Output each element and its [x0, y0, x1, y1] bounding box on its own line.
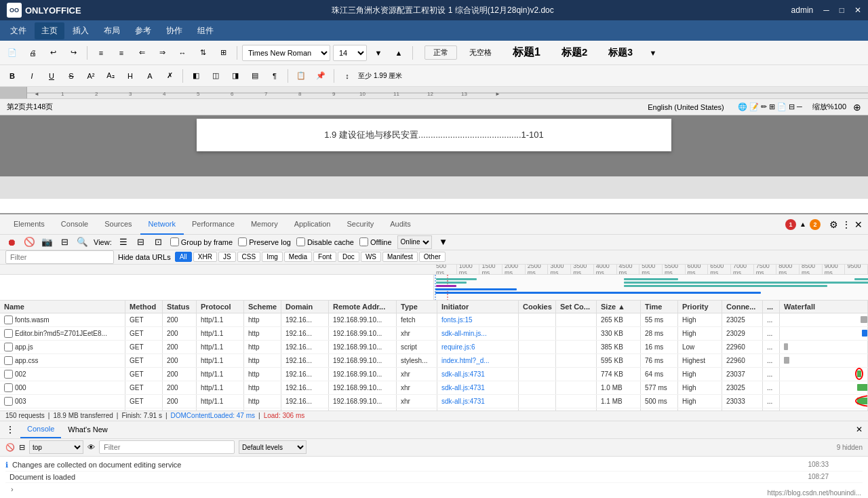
cell-more[interactable]: ... — [763, 327, 780, 340]
font-size-down[interactable]: ▼ — [370, 44, 387, 62]
console-settings-btn[interactable]: ⋮ — [5, 424, 15, 435]
italic-btn[interactable]: I — [23, 67, 41, 85]
print-btn[interactable]: 🖨 — [24, 44, 41, 62]
disable-cache-label[interactable]: Disable cache — [296, 237, 354, 246]
eye-icon[interactable]: 👁 — [87, 443, 95, 451]
underline-btn[interactable]: U — [43, 67, 60, 85]
cell-more[interactable]: ... — [763, 354, 780, 367]
bold-btn[interactable]: B — [3, 67, 21, 85]
throttle-select[interactable]: Online — [397, 235, 432, 249]
menu-layout[interactable]: 布局 — [97, 22, 127, 39]
disable-cache-checkbox[interactable] — [296, 237, 305, 246]
throttle-down[interactable]: ▼ — [437, 236, 450, 248]
menu-reference[interactable]: 参考 — [128, 22, 158, 39]
view-large-btn[interactable]: ⊟ — [135, 236, 147, 248]
table-row[interactable]: 000 GET 200 http/1.1 http 192.16... 192.… — [0, 381, 868, 395]
col-header-scheme[interactable]: Scheme — [244, 301, 281, 313]
filter-js[interactable]: JS — [218, 252, 236, 262]
border-btn[interactable]: ⊞ — [214, 44, 232, 62]
filter-xhr[interactable]: XHR — [193, 252, 217, 262]
tab-console-main[interactable]: Console — [20, 421, 61, 438]
indent-btn[interactable]: ⇒ — [153, 44, 171, 62]
align-btn[interactable]: ↔ — [174, 44, 191, 62]
col-header-cookies[interactable]: Cookies — [519, 301, 556, 313]
filter-ws[interactable]: WS — [361, 252, 381, 262]
tab-network[interactable]: Network — [140, 214, 184, 235]
group-by-frame-label[interactable]: Group by frame — [170, 237, 233, 246]
cell-more[interactable]: ... — [763, 381, 780, 394]
console-repl-input[interactable] — [19, 485, 857, 493]
row-checkbox[interactable] — [4, 370, 13, 379]
subscript-btn[interactable]: A₂ — [102, 67, 119, 85]
col-header-conn[interactable]: Conne... — [722, 301, 763, 313]
col-header-method[interactable]: Method — [125, 301, 163, 313]
filter-font[interactable]: Font — [313, 252, 336, 262]
align-right[interactable]: ◨ — [226, 67, 244, 85]
align-justify[interactable]: ▤ — [246, 67, 264, 85]
menu-file[interactable]: 文件 — [3, 22, 33, 39]
camera-btn[interactable]: 📷 — [41, 236, 53, 248]
devtools-settings[interactable]: ⚙ — [829, 219, 838, 230]
preserve-log-checkbox[interactable] — [238, 237, 247, 246]
console-levels[interactable]: Default levels — [239, 440, 307, 454]
menu-home[interactable]: 主页 — [35, 22, 64, 39]
tab-console[interactable]: Console — [53, 214, 96, 235]
filter-media[interactable]: Media — [284, 252, 312, 262]
superscript-btn[interactable]: A² — [82, 67, 100, 85]
font-size-select[interactable]: 14 — [333, 45, 367, 61]
tab-whats-new[interactable]: What's New — [61, 421, 114, 438]
menu-collaborate[interactable]: 协作 — [159, 22, 189, 39]
tab-memory[interactable]: Memory — [243, 214, 286, 235]
row-checkbox[interactable] — [4, 397, 13, 406]
table-row[interactable]: 002 GET 200 http/1.1 http 192.16... 192.… — [0, 368, 868, 381]
cell-more[interactable]: ... — [763, 341, 780, 353]
redo-btn[interactable]: ↪ — [64, 44, 82, 62]
undo-btn[interactable]: ↩ — [44, 44, 62, 62]
cell-more[interactable]: ... — [763, 313, 780, 326]
col-header-domain[interactable]: Domain — [281, 301, 329, 313]
col-header-remote[interactable]: Remote Addr... — [329, 301, 397, 313]
search-btn[interactable]: 🔍 — [76, 236, 88, 248]
filter-other[interactable]: Other — [419, 252, 446, 262]
console-filter-input[interactable] — [99, 440, 235, 454]
col-header-status[interactable]: Status — [163, 301, 197, 313]
tab-performance[interactable]: Performance — [184, 214, 243, 235]
network-filter-input[interactable] — [5, 250, 114, 264]
tab-elements[interactable]: Elements — [5, 214, 53, 235]
tab-application[interactable]: Application — [286, 214, 339, 235]
view-group-btn[interactable]: ⊡ — [153, 236, 165, 248]
zoom-add-btn[interactable]: ⊕ — [853, 102, 861, 113]
row-checkbox[interactable] — [4, 329, 13, 338]
clear-btn[interactable]: 🚫 — [23, 236, 35, 248]
col-header-protocol[interactable]: Protocol — [197, 301, 244, 313]
col-header-more[interactable]: ... — [763, 301, 780, 313]
view-list-btn[interactable]: ☰ — [117, 236, 130, 248]
styles-more[interactable]: ▼ — [644, 44, 662, 62]
table-row[interactable]: Editor.bin?md5=Z701JEetE8... GET 200 htt… — [0, 327, 868, 341]
console-context[interactable]: top — [29, 440, 83, 454]
col-header-size[interactable]: Size ▲ — [597, 301, 641, 313]
font-size-up[interactable]: ▲ — [390, 44, 408, 62]
maximize-icon[interactable]: □ — [840, 5, 844, 15]
row-checkbox[interactable] — [4, 383, 13, 392]
close-icon[interactable]: ✕ — [854, 5, 861, 15]
list2-btn[interactable]: ≡ — [113, 44, 130, 62]
color-btn[interactable]: A — [141, 67, 159, 85]
col-header-time[interactable]: Time — [641, 301, 678, 313]
sort-btn[interactable]: ⇅ — [194, 44, 212, 62]
tab-security[interactable]: Security — [338, 214, 382, 235]
table-row[interactable]: app.css GET 200 http/1.1 http 192.16... … — [0, 354, 868, 368]
outdent-btn[interactable]: ⇐ — [133, 44, 151, 62]
col-header-priority[interactable]: Priority — [678, 301, 722, 313]
cell-more[interactable]: ... — [763, 368, 780, 381]
filter-btn[interactable]: ⊟ — [58, 236, 71, 248]
table-row[interactable]: app.js GET 200 http/1.1 http 192.16... 1… — [0, 341, 868, 354]
offline-checkbox[interactable] — [359, 237, 368, 246]
row-checkbox[interactable] — [4, 343, 13, 351]
col-header-waterfall[interactable]: Waterfall — [780, 301, 868, 313]
hide-data-urls[interactable]: Hide data URLs — [118, 253, 171, 261]
console-close-btn[interactable]: ✕ — [856, 425, 863, 434]
record-btn[interactable]: ⏺ — [5, 236, 18, 248]
preserve-log-label[interactable]: Preserve log — [238, 237, 291, 246]
col-header-name[interactable]: Name — [0, 301, 125, 313]
